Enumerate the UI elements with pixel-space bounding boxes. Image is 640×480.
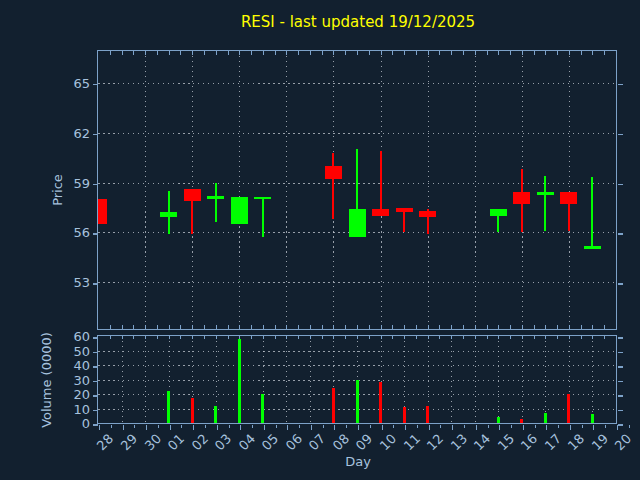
volume-right-tick: [618, 395, 623, 397]
volume-top-tick: [310, 336, 311, 339]
x-major-tick: [570, 425, 571, 430]
x-tick-label: 12: [424, 431, 446, 453]
price-bottom-tick: [404, 325, 405, 329]
price-top-tick: [604, 51, 605, 55]
volume-gridline-vertical: [122, 336, 123, 423]
x-tick-label: 15: [495, 431, 517, 453]
price-left-tick: [93, 233, 98, 235]
volume-top-tick: [451, 336, 452, 339]
x-minor-tick: [276, 425, 277, 428]
volume-ytick-label: 20: [46, 387, 90, 402]
x-major-tick: [358, 425, 359, 430]
candle-lower-wick: [332, 179, 334, 219]
price-top-tick: [180, 51, 181, 55]
price-left-tick: [93, 134, 98, 136]
volume-top-tick: [369, 336, 370, 339]
price-top-tick: [286, 51, 287, 55]
x-minor-tick: [629, 425, 630, 428]
price-bottom-tick: [463, 325, 464, 329]
volume-gridline-vertical: [475, 336, 476, 423]
price-top-tick: [569, 51, 570, 55]
volume-ytick-label: 30: [46, 373, 90, 388]
price-right-tick: [618, 184, 623, 186]
x-minor-tick: [205, 425, 206, 428]
volume-top-tick: [298, 336, 299, 339]
x-axis-label: Day: [99, 454, 617, 469]
price-bottom-tick: [275, 325, 276, 329]
volume-right-tick: [618, 410, 623, 412]
price-bottom-tick: [180, 325, 181, 329]
x-minor-tick: [558, 425, 559, 428]
price-bottom-tick: [110, 325, 111, 329]
volume-top-tick: [192, 336, 193, 339]
x-minor-tick: [511, 425, 512, 428]
x-major-tick: [452, 425, 453, 430]
volume-top-tick: [263, 336, 264, 339]
volume-right-tick: [618, 337, 623, 339]
price-bottom-tick: [439, 325, 440, 329]
price-bottom-tick: [510, 325, 511, 329]
price-bottom-tick: [239, 325, 240, 329]
volume-bar-day-05: [261, 394, 264, 423]
volume-left-tick: [93, 366, 98, 368]
x-tick-label: 07: [306, 431, 328, 453]
price-right-tick: [618, 134, 623, 136]
volume-top-tick: [510, 336, 511, 339]
volume-gridline-vertical: [592, 336, 593, 423]
candle-upper-wick: [544, 176, 546, 192]
volume-gridline-vertical: [498, 336, 499, 423]
price-gridline-vertical: [286, 51, 287, 329]
x-major-tick: [499, 425, 500, 430]
x-minor-tick: [370, 425, 371, 428]
price-bottom-tick: [345, 325, 346, 329]
price-bottom-tick: [216, 325, 217, 329]
volume-top-tick: [475, 336, 476, 339]
x-major-tick: [382, 425, 383, 430]
price-bottom-tick: [298, 325, 299, 329]
candle-body: [325, 166, 342, 179]
volume-top-tick: [581, 336, 582, 339]
x-minor-tick: [535, 425, 536, 428]
candle-body: [419, 211, 436, 218]
candle-lower-wick: [427, 217, 429, 234]
x-tick-label: 03: [212, 431, 234, 453]
candle-body: [584, 246, 601, 249]
price-bottom-tick: [192, 325, 193, 329]
volume-bar-day-04: [238, 339, 241, 423]
price-top-tick: [110, 51, 111, 55]
price-bottom-tick: [228, 325, 229, 329]
volume-top-tick: [333, 336, 334, 339]
x-minor-tick: [582, 425, 583, 428]
x-tick-label: 29: [118, 431, 140, 453]
volume-bar-day-16: [520, 419, 523, 423]
volume-left-tick: [93, 381, 98, 383]
x-major-tick: [429, 425, 430, 430]
candle-body: [396, 208, 413, 212]
price-bottom-tick: [369, 325, 370, 329]
volume-right-tick: [618, 366, 623, 368]
volume-bar-day-01: [167, 391, 170, 423]
volume-top-tick: [275, 336, 276, 339]
price-plot-area: [97, 50, 617, 330]
candle-body: [207, 196, 224, 199]
candle-upper-wick: [380, 151, 382, 209]
volume-bar-day-19: [591, 414, 594, 423]
price-gridline-horizontal: [98, 133, 616, 134]
price-top-tick: [133, 51, 134, 55]
price-gridline-vertical: [239, 51, 240, 329]
x-major-tick: [99, 425, 100, 430]
price-bottom-tick: [545, 325, 546, 329]
volume-top-tick: [381, 336, 382, 339]
x-tick-label: 10: [377, 431, 399, 453]
x-major-tick: [193, 425, 194, 430]
x-major-tick: [123, 425, 124, 430]
volume-bar-day-10: [379, 382, 382, 423]
price-bottom-tick: [133, 325, 134, 329]
x-tick-label: 01: [165, 431, 187, 453]
volume-ytick-label: 50: [46, 344, 90, 359]
volume-left-tick: [93, 352, 98, 354]
price-top-tick: [251, 51, 252, 55]
x-minor-tick: [393, 425, 394, 428]
volume-top-tick: [251, 336, 252, 339]
x-minor-tick: [111, 425, 112, 428]
